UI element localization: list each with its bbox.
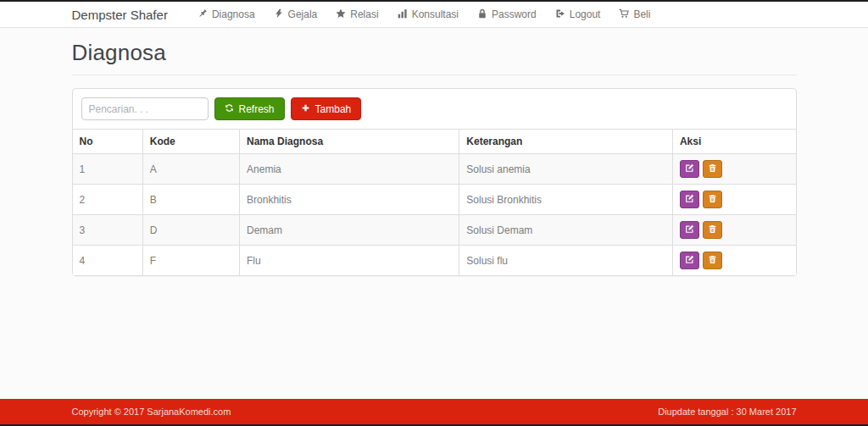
nav-item-label: Gejala xyxy=(288,8,318,20)
nav-item-diagnosa[interactable]: Diagnosa xyxy=(188,2,264,27)
row-actions xyxy=(680,252,789,269)
refresh-button[interactable]: Refresh xyxy=(214,97,285,120)
trash-icon xyxy=(708,163,717,175)
trash-icon xyxy=(708,254,717,267)
nav-item-label: Konsultasi xyxy=(412,8,459,20)
row-actions xyxy=(680,221,789,239)
plus-icon xyxy=(301,103,310,115)
cell-no: 2 xyxy=(73,185,143,215)
brand-link[interactable]: Dempster Shafer xyxy=(72,8,168,22)
screen-top-edge xyxy=(0,0,868,2)
nav-item-beli[interactable]: Beli xyxy=(609,2,659,27)
table-row: 3 D Demam Solusi Demam xyxy=(73,215,796,246)
table-row: 4 F Flu Solusi flu xyxy=(73,246,796,276)
nav-item-label: Password xyxy=(492,8,537,20)
edit-button[interactable] xyxy=(680,191,699,208)
row-actions xyxy=(680,160,789,178)
edit-button[interactable] xyxy=(680,221,699,239)
lock-icon xyxy=(477,8,487,21)
cell-kode: A xyxy=(142,154,239,185)
page-header: Diagnosa xyxy=(72,40,797,75)
thumbtack-icon xyxy=(198,8,208,21)
cell-nama: Bronkhitis xyxy=(240,185,459,215)
table-header-row: No Kode Nama Diagnosa Keterangan Aksi xyxy=(73,130,796,154)
cell-no: 3 xyxy=(73,215,143,246)
table-row: 1 A Anemia Solusi anemia xyxy=(73,154,796,185)
cell-kode: F xyxy=(142,246,239,276)
column-header-aksi: Aksi xyxy=(672,130,795,154)
diagnosa-panel: Refresh Tambah No Kode Nama Diagnosa Ket… xyxy=(72,88,797,276)
main-content: Diagnosa Refresh Tambah No Kode Nama D xyxy=(72,40,797,276)
search-input[interactable] xyxy=(81,97,209,120)
shopping-cart-icon xyxy=(619,8,629,21)
panel-toolbar: Refresh Tambah xyxy=(73,89,796,129)
nav-item-label: Logout xyxy=(570,8,601,20)
bolt-icon xyxy=(274,8,284,21)
column-header-no: No xyxy=(73,130,143,154)
edit-icon xyxy=(685,163,694,175)
cell-nama: Anemia xyxy=(240,154,459,185)
sign-out-icon xyxy=(555,8,565,21)
diagnosa-table: No Kode Nama Diagnosa Keterangan Aksi 1 … xyxy=(73,129,796,275)
cell-nama: Demam xyxy=(240,215,459,246)
nav-item-konsultasi[interactable]: Konsultasi xyxy=(388,2,468,27)
edit-icon xyxy=(685,193,694,206)
column-header-kode: Kode xyxy=(142,130,239,154)
nav-item-logout[interactable]: Logout xyxy=(546,2,610,27)
cell-nama: Flu xyxy=(240,246,459,276)
trash-icon xyxy=(708,224,717,236)
nav-item-label: Diagnosa xyxy=(212,8,255,20)
footer: Copyright © 2017 SarjanaKomedi.com Diupd… xyxy=(0,399,868,424)
cell-keterangan: Solusi Demam xyxy=(459,215,673,246)
main-nav: Diagnosa Gejala Relasi Konsultasi Passwo… xyxy=(188,2,660,27)
cell-keterangan: Solusi flu xyxy=(459,246,673,276)
edit-button[interactable] xyxy=(680,252,699,269)
nav-item-relasi[interactable]: Relasi xyxy=(326,2,387,27)
top-navbar: Dempster Shafer Diagnosa Gejala Relasi K… xyxy=(0,2,868,28)
row-actions xyxy=(680,191,789,208)
tambah-button[interactable]: Tambah xyxy=(291,97,362,120)
nav-item-label: Relasi xyxy=(350,8,378,20)
nav-item-label: Beli xyxy=(633,8,650,20)
edit-button[interactable] xyxy=(680,160,699,178)
footer-copyright: Copyright © 2017 SarjanaKomedi.com xyxy=(72,407,231,417)
cell-kode: D xyxy=(142,215,239,246)
tambah-button-label: Tambah xyxy=(315,103,352,115)
bar-chart-icon xyxy=(398,8,408,21)
delete-button[interactable] xyxy=(703,160,722,178)
delete-button[interactable] xyxy=(703,252,722,269)
cell-keterangan: Solusi anemia xyxy=(459,154,673,185)
refresh-icon xyxy=(225,103,234,115)
edit-icon xyxy=(685,224,694,236)
footer-updated-date: Diupdate tanggal : 30 Maret 2017 xyxy=(658,407,796,417)
page-title: Diagnosa xyxy=(72,40,797,66)
cell-no: 4 xyxy=(73,246,143,276)
column-header-keterangan: Keterangan xyxy=(459,130,673,154)
delete-button[interactable] xyxy=(703,221,722,239)
nav-item-password[interactable]: Password xyxy=(468,2,546,27)
cell-keterangan: Solusi Bronkhitis xyxy=(459,185,673,215)
cell-kode: B xyxy=(142,185,239,215)
trash-icon xyxy=(708,193,717,206)
edit-icon xyxy=(685,254,694,267)
nav-item-gejala[interactable]: Gejala xyxy=(264,2,327,27)
refresh-button-label: Refresh xyxy=(239,103,275,115)
star-icon xyxy=(336,8,346,21)
column-header-nama: Nama Diagnosa xyxy=(240,130,459,154)
cell-no: 1 xyxy=(73,154,143,185)
table-row: 2 B Bronkhitis Solusi Bronkhitis xyxy=(73,185,796,215)
delete-button[interactable] xyxy=(703,191,722,208)
